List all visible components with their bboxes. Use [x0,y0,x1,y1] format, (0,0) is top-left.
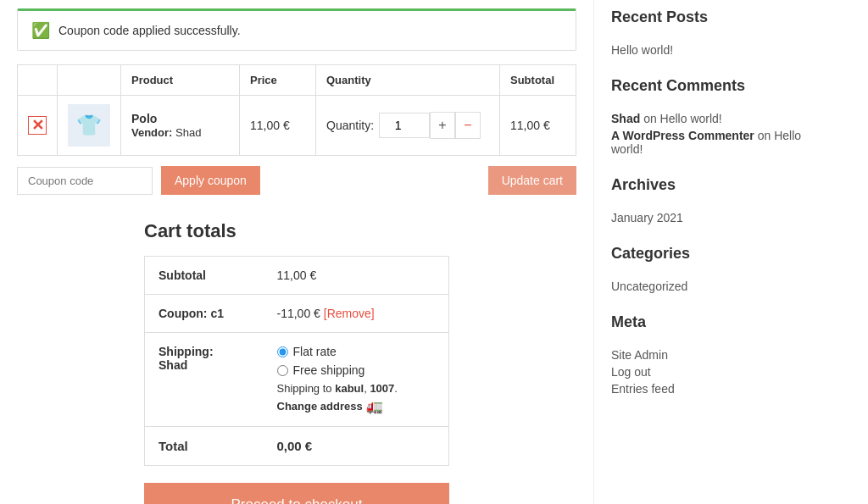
meta-link-entries-feed[interactable]: Entries feed [611,382,814,396]
subtotal-label: Subtotal [145,257,264,295]
total-label: Total [145,427,264,466]
recent-comments-title: Recent Comments [611,77,814,102]
meta-section: Meta Site Admin Log out Entries feed [611,313,814,396]
shipping-to: Shipping to kabul, 1007. [277,382,436,395]
recent-post-link[interactable]: Hello world! [611,43,814,57]
commenter-1: Shad [611,112,640,125]
commenter-2: A WordPress Commenter [611,129,754,142]
archive-link[interactable]: January 2021 [611,211,814,224]
categories-section: Categories Uncategorized [611,245,814,293]
cart-table: Product Price Quantity Subtotal ✕ 👕 Polo [17,64,576,156]
free-shipping-option: Free shipping [277,363,436,377]
product-name: Polo [131,112,157,125]
free-shipping-label: Free shipping [293,363,365,377]
shipping-label: Shipping: Shad [145,333,264,427]
vendor-label: Vendor: [131,126,172,139]
thumb-cell: 👕 [58,96,121,156]
flat-rate-label: Flat rate [293,345,337,358]
col-thumb-header [58,65,121,96]
recent-comments-section: Recent Comments Shad on Hello world! A W… [611,77,814,156]
product-price: 11,00 € [250,119,290,132]
coupon-remove-link[interactable]: [Remove] [324,307,375,320]
totals-table: Subtotal 11,00 € Coupon: c1 -11,00 € [Re… [144,256,449,466]
flat-rate-radio[interactable] [277,346,288,357]
categories-title: Categories [611,245,814,269]
archives-section: Archives January 2021 [611,176,814,224]
change-address-link[interactable]: Change address [277,400,363,413]
change-address: Change address 🚛 [277,398,436,414]
coupon-input[interactable] [17,167,153,195]
update-cart-button[interactable]: Update cart [488,166,576,195]
col-qty-header: Quantity [316,65,500,96]
meta-title: Meta [611,313,814,338]
col-subtotal-header: Subtotal [500,65,576,96]
quantity-input[interactable] [379,113,430,138]
meta-link-log-out[interactable]: Log out [611,365,814,379]
remove-item-button[interactable]: ✕ [28,116,47,135]
vendor-name: Shad [175,126,201,139]
product-thumbnail: 👕 [68,104,110,147]
comment-1-post: Hello world! [660,112,722,125]
product-cell: Polo Vendor: Shad [121,96,240,156]
shipping-code: 1007 [370,382,394,395]
price-cell: 11,00 € [240,96,316,156]
notice-text: Coupon code applied successfully. [58,24,241,37]
col-price-header: Price [240,65,316,96]
product-vendor: Vendor: Shad [131,126,201,139]
sidebar: Recent Posts Hello world! Recent Comment… [593,0,831,504]
free-shipping-radio[interactable] [277,365,288,376]
total-value: 0,00 € [264,427,449,466]
subtotal-row: Subtotal 11,00 € [145,257,449,295]
recent-posts-section: Recent Posts Hello world! [611,8,814,57]
quantity-decrease-button[interactable]: − [455,112,481,139]
comment-2: A WordPress Commenter on Hello world! [611,129,814,156]
meta-link-site-admin[interactable]: Site Admin [611,348,814,362]
subtotal-cell: 11,00 € [500,96,576,156]
shipping-row: Shipping: Shad Flat rate Free shipping S… [145,333,449,427]
cart-totals-section: Cart totals Subtotal 11,00 € Coupon: c1 … [144,220,449,466]
quantity-label: Quantity: [326,119,374,132]
qty-cell: Quantity: + − [316,96,500,156]
category-link[interactable]: Uncategorized [611,280,814,293]
archives-title: Archives [611,176,814,201]
truck-icon: 🚛 [366,398,383,414]
recent-posts-title: Recent Posts [611,8,814,33]
coupon-row-totals: Coupon: c1 -11,00 € [Remove] [145,295,449,333]
total-row: Total 0,00 € [145,427,449,466]
col-remove-header [18,65,58,96]
shipping-city: kabul [335,382,364,395]
apply-coupon-button[interactable]: Apply coupon [161,166,260,195]
cart-row: ✕ 👕 Polo Vendor: Shad 11,00 € [18,96,576,156]
coupon-value: -11,00 € [Remove] [264,295,449,333]
product-image: 👕 [76,114,102,137]
comment-1: Shad on Hello world! [611,112,814,125]
quantity-wrapper: Quantity: + − [326,112,489,139]
checkout-button[interactable]: Proceed to checkout [144,483,449,504]
col-product-header: Product [121,65,240,96]
coupon-row: Apply coupon Update cart [17,166,576,195]
flat-rate-option: Flat rate [277,345,436,358]
success-notice: ✅ Coupon code applied successfully. [17,8,576,51]
shipping-options: Flat rate Free shipping Shipping to kabu… [264,333,449,427]
subtotal-value: 11,00 € [264,257,449,295]
quantity-increase-button[interactable]: + [430,112,455,139]
coupon-label: Coupon: c1 [145,295,264,333]
product-subtotal: 11,00 € [510,119,550,132]
remove-cell: ✕ [18,96,58,156]
check-icon: ✅ [31,21,50,40]
cart-totals-title: Cart totals [144,220,449,242]
